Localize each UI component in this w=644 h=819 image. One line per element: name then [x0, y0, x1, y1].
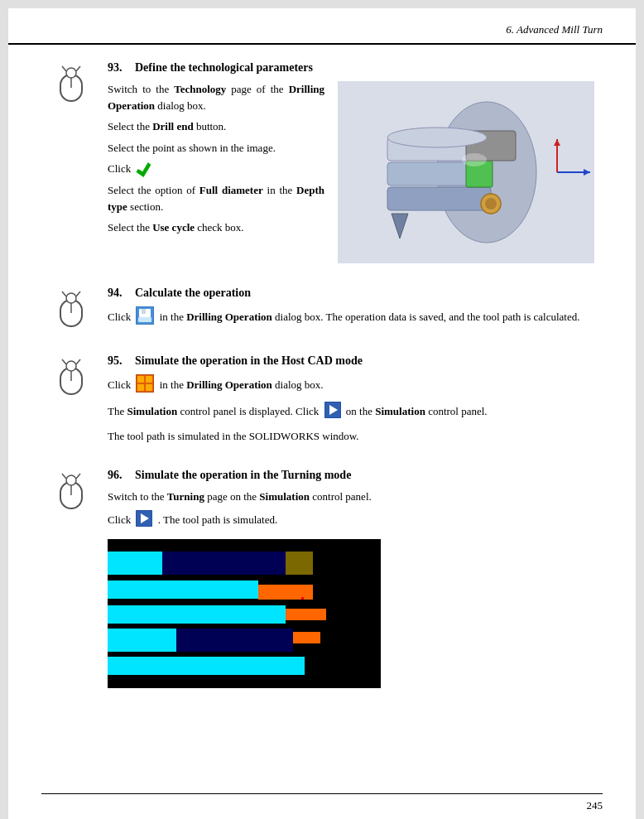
step-96: 96. Simulate the operation in the Turnin… [50, 469, 594, 688]
svg-rect-38 [137, 384, 144, 391]
step-94: 94. Calculate the operation Click in the… [50, 287, 594, 335]
step-95-p1: Click in the Drilling Operation dialog b… [108, 374, 594, 397]
svg-line-45 [62, 474, 66, 479]
mouse-icon-95 [55, 358, 87, 397]
step-93-p4: Click [108, 161, 324, 177]
svg-rect-9 [387, 187, 491, 210]
svg-point-2 [66, 68, 76, 78]
svg-line-3 [62, 66, 66, 71]
sim-bar-dark-1 [162, 552, 286, 575]
step-96-title: 96. Simulate the operation in the Turnin… [108, 469, 594, 482]
sim-bar-cyan-3 [108, 605, 286, 624]
step-96-icon [50, 469, 93, 512]
step-93-p6: Select the Use cycle check box. [108, 219, 324, 236]
svg-line-25 [76, 291, 80, 296]
step-93-p3: Select the point as shown in the image. [108, 140, 324, 157]
sim-bar-cyan-5 [108, 657, 305, 675]
sim-bar-orange-1 [258, 585, 313, 600]
step-94-p1: Click in the Drilling Operation dialog b… [108, 306, 594, 330]
step-93-title: 93. Define the technological parameters [108, 61, 594, 75]
sim-bar-cyan-2 [108, 581, 258, 599]
mouse-icon-94 [55, 290, 87, 330]
svg-point-32 [66, 361, 76, 371]
svg-point-44 [66, 475, 76, 485]
step-95: 95. Simulate the operation in the Host C… [50, 354, 594, 450]
step-93-image-container [338, 81, 594, 267]
page-header: 6. Advanced Mill Turn [8, 8, 636, 45]
step-96-body: 96. Simulate the operation in the Turnin… [108, 469, 594, 688]
step-93-content: Switch to the Technology page of the Dri… [108, 81, 594, 267]
step-93-p5: Select the option of Full diameter in th… [108, 182, 324, 214]
svg-rect-37 [146, 376, 152, 383]
mouse-icon-96 [55, 472, 87, 512]
step-95-icon [50, 354, 93, 397]
step-93-text: Switch to the Technology page of the Dri… [108, 81, 324, 267]
step-93-p1: Switch to the Technology page of the Dri… [108, 81, 324, 113]
page-number: 245 [587, 799, 603, 812]
page-footer: 245 [587, 799, 603, 812]
svg-point-23 [66, 293, 76, 303]
step-93-body: 93. Define the technological parameters … [108, 61, 594, 267]
step-94-body: 94. Calculate the operation Click in the… [108, 287, 594, 335]
mouse-icon-93 [55, 65, 87, 104]
footer-line [41, 793, 603, 794]
sim-bar-orange-2 [286, 609, 327, 620]
sim-bar-olive [286, 552, 313, 575]
page: 6. Advanced Mill Turn 93. Define the tec… [8, 8, 636, 819]
page-content: 93. Define the technological parameters … [8, 45, 636, 741]
sim-dot-red [301, 597, 304, 600]
play-button-icon [324, 402, 341, 423]
svg-rect-39 [146, 384, 152, 391]
svg-rect-36 [137, 376, 144, 383]
sim-bar-orange-3 [293, 632, 320, 643]
play-button-icon-96 [136, 510, 152, 532]
step-93-icon [50, 61, 93, 104]
svg-rect-28 [142, 309, 146, 314]
step-96-p1: Switch to the Turning page on the Simula… [108, 489, 594, 505]
svg-line-33 [62, 359, 66, 364]
simulation-display [108, 539, 381, 688]
step-93: 93. Define the technological parameters … [50, 61, 594, 267]
save-button-icon [136, 306, 154, 330]
sim-bar-dark-2 [176, 629, 294, 652]
drill-diagram [338, 81, 594, 263]
svg-line-24 [62, 291, 66, 296]
svg-point-19 [387, 128, 487, 147]
checkmark-icon [136, 162, 151, 177]
simulation-button-icon [136, 374, 154, 397]
step-95-title: 95. Simulate the operation in the Host C… [108, 354, 594, 368]
step-95-p2: The Simulation control panel is displaye… [108, 402, 594, 423]
step-94-title: 94. Calculate the operation [108, 287, 594, 300]
step-93-p2: Select the Drill end button. [108, 118, 324, 135]
step-95-body: 95. Simulate the operation in the Host C… [108, 354, 594, 450]
svg-point-18 [462, 153, 487, 166]
svg-line-4 [76, 66, 80, 71]
step-96-p2: Click . The tool path is simulated. [108, 510, 594, 532]
svg-line-34 [76, 359, 80, 364]
svg-line-46 [76, 474, 80, 479]
svg-point-13 [485, 198, 497, 210]
step-94-icon [50, 287, 93, 330]
step-95-p3: The tool path is simulated in the SOLIDW… [108, 428, 594, 445]
header-title: 6. Advanced Mill Turn [506, 23, 603, 36]
svg-rect-29 [138, 317, 151, 322]
